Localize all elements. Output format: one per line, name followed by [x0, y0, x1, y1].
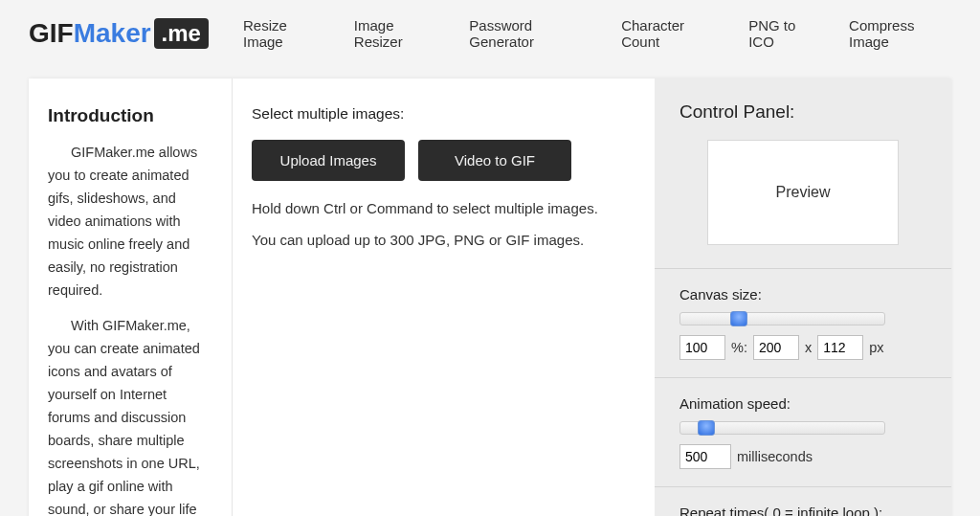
canvas-height-input[interactable] — [817, 335, 863, 360]
logo-me: .me — [154, 18, 209, 49]
speed-unit-label: milliseconds — [737, 449, 813, 464]
ctrl-hint: Hold down Ctrl or Command to select mult… — [252, 200, 635, 216]
canvas-px-label: px — [869, 340, 883, 355]
speed-slider-thumb[interactable] — [698, 420, 715, 436]
logo-gif: GIF — [29, 18, 74, 49]
canvas-percent-input[interactable] — [679, 335, 725, 360]
intro-paragraph-2: With GIFMaker.me, you can create animate… — [48, 315, 212, 516]
intro-paragraph-1: GIFMaker.me allows you to create animate… — [48, 142, 212, 302]
nav-resize-image[interactable]: Resize Image — [243, 17, 325, 50]
upload-images-button[interactable]: Upload Images — [252, 140, 405, 181]
upload-column: Select multiple images: Upload Images Vi… — [233, 79, 655, 516]
select-images-label: Select multiple images: — [252, 105, 635, 123]
divider — [655, 268, 951, 269]
video-to-gif-button[interactable]: Video to GIF — [418, 140, 571, 181]
canvas-size-slider[interactable] — [679, 312, 885, 325]
main-nav: Resize Image Image Resizer Password Gene… — [243, 17, 951, 50]
top-bar: GIF Maker .me Resize Image Image Resizer… — [0, 0, 980, 67]
intro-heading: Introduction — [48, 105, 212, 126]
logo[interactable]: GIF Maker .me — [29, 18, 209, 49]
intro-column: Introduction GIFMaker.me allows you to c… — [29, 79, 233, 516]
nav-compress-image[interactable]: Compress Image — [849, 17, 951, 50]
divider — [655, 486, 951, 487]
logo-maker: Maker — [74, 18, 151, 49]
repeat-times-label: Repeat times( 0 = infinite loop ): — [679, 505, 926, 516]
canvas-inputs-row: %: x px — [679, 335, 926, 360]
canvas-x-label: x — [805, 340, 812, 355]
button-row: Upload Images Video to GIF — [252, 140, 635, 181]
speed-value-input[interactable] — [679, 444, 731, 469]
animation-speed-slider[interactable] — [679, 421, 885, 435]
speed-inputs-row: milliseconds — [679, 444, 926, 469]
canvas-width-input[interactable] — [753, 335, 799, 360]
nav-character-count[interactable]: Character Count — [621, 17, 720, 50]
main-container: Introduction GIFMaker.me allows you to c… — [29, 79, 951, 516]
control-panel-heading: Control Panel: — [679, 101, 926, 123]
control-panel: Control Panel: Preview Canvas size: %: x… — [655, 79, 951, 516]
nav-password-generator[interactable]: Password Generator — [469, 17, 592, 50]
divider — [655, 377, 951, 378]
percent-suffix: %: — [731, 340, 747, 355]
nav-png-to-ico[interactable]: PNG to ICO — [748, 17, 820, 50]
preview-box: Preview — [707, 140, 899, 245]
preview-label: Preview — [776, 184, 831, 201]
upload-limit-hint: You can upload up to 300 JPG, PNG or GIF… — [252, 232, 635, 248]
nav-image-resizer[interactable]: Image Resizer — [354, 17, 441, 50]
canvas-slider-thumb[interactable] — [730, 311, 747, 326]
animation-speed-label: Animation speed: — [679, 395, 926, 412]
canvas-size-label: Canvas size: — [679, 286, 926, 303]
